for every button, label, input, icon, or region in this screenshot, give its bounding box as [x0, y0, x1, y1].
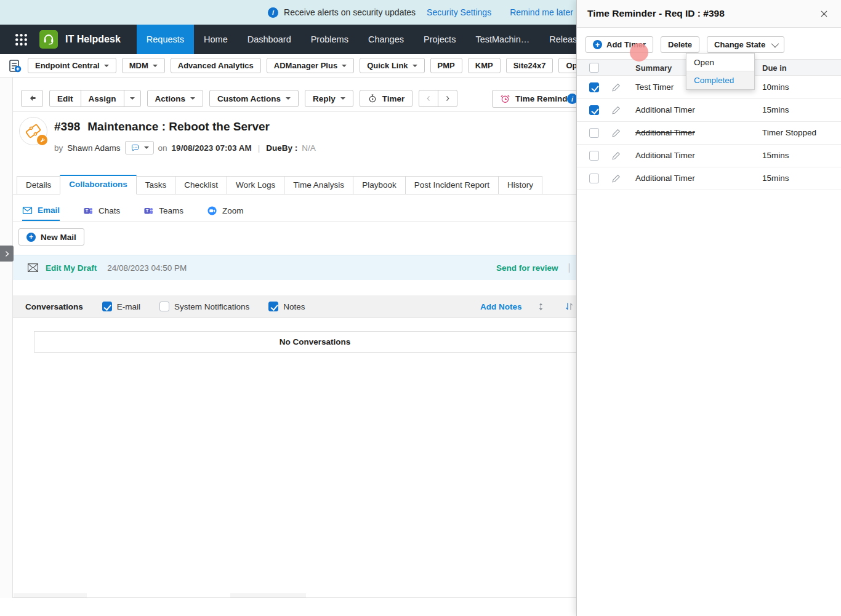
plus-icon: + — [26, 233, 36, 242]
tab-playbook[interactable]: Playbook — [353, 176, 406, 194]
actions-button[interactable]: Actions — [147, 90, 204, 107]
tab-history[interactable]: History — [498, 176, 542, 194]
quickbar-kmp[interactable]: KMP — [468, 58, 501, 73]
security-settings-link[interactable]: Security Settings — [427, 7, 491, 17]
assign-caret-button[interactable] — [124, 90, 141, 107]
menu-item-completed[interactable]: Completed — [686, 71, 754, 89]
sort-icon[interactable] — [564, 301, 574, 312]
tab-collaborations[interactable]: Collaborations — [60, 175, 137, 194]
assign-button[interactable]: Assign — [81, 90, 124, 107]
tab-time-analysis[interactable]: Time Analysis — [284, 176, 353, 194]
sidebar-expander[interactable] — [0, 246, 14, 262]
caret-down-icon — [190, 97, 195, 100]
timer-summary: Additional Timer — [635, 174, 695, 183]
draft-row: Edit My Draft 24/08/2023 04:50 PM Send f… — [13, 255, 602, 280]
chevron-right-icon — [4, 250, 10, 257]
nav-item-projects[interactable]: Projects — [414, 25, 465, 54]
subtab-email[interactable]: Email — [22, 201, 60, 221]
tab-post-incident-report[interactable]: Post Incident Report — [405, 176, 499, 194]
quickbar-site24x7[interactable]: Site24x7 — [506, 58, 553, 73]
change-state-dropdown[interactable]: Change State — [707, 36, 784, 53]
edit-pencil-icon[interactable] — [611, 174, 621, 183]
expand-collapse-icon[interactable] — [536, 302, 545, 312]
panel-toolbar: + Add Timer Delete Change State — [585, 36, 784, 53]
nav-item-testmachine[interactable]: TestMachin… — [465, 25, 539, 54]
timer-due: 10mins — [762, 82, 789, 92]
close-icon[interactable] — [818, 7, 831, 20]
edit-pencil-icon[interactable] — [611, 105, 621, 115]
edit-pencil-icon[interactable] — [611, 151, 621, 161]
row-checkbox[interactable] — [589, 82, 599, 92]
subtab-teams[interactable]: T Teams — [143, 201, 183, 221]
nav-item-requests[interactable]: Requests — [137, 25, 194, 54]
row-checkbox[interactable] — [589, 174, 599, 183]
row-checkbox[interactable] — [589, 128, 599, 138]
quickbar-quick-link[interactable]: Quick Link — [360, 58, 424, 73]
quickbar-advanced-analytics[interactable]: Advanced Analytics — [171, 58, 261, 73]
headset-logo-icon — [39, 30, 58, 49]
nav-item-dashboard[interactable]: Dashboard — [238, 25, 301, 54]
nav-item-changes[interactable]: Changes — [358, 25, 414, 54]
app-title: IT Helpdesk — [65, 34, 121, 45]
change-state-menu: Open Completed — [686, 53, 755, 90]
row-checkbox[interactable] — [589, 105, 599, 115]
nav-item-problems[interactable]: Problems — [301, 25, 358, 54]
menu-item-open[interactable]: Open — [686, 54, 754, 71]
timer-due: 15mins — [762, 151, 789, 160]
requester-chat-button[interactable] — [125, 141, 154, 154]
due-in-column-header: Due in — [762, 63, 787, 73]
new-mail-button[interactable]: + New Mail — [18, 228, 84, 246]
scroll-artifact — [230, 593, 306, 598]
quickbar-pmp[interactable]: PMP — [430, 58, 462, 73]
row-checkbox[interactable] — [589, 151, 599, 161]
add-timer-button[interactable]: + Add Timer — [585, 36, 653, 53]
prev-request-button[interactable] — [419, 90, 438, 107]
quickbar-mdm[interactable]: MDM — [122, 58, 165, 73]
caret-down-icon — [153, 65, 158, 67]
remind-me-later-link[interactable]: Remind me later — [510, 7, 573, 17]
chevron-left-icon — [425, 95, 432, 102]
panel-header: Time Reminder - Req ID : #398 — [577, 0, 841, 28]
notes-checkbox[interactable] — [268, 302, 278, 311]
add-document-icon[interactable] — [7, 58, 22, 73]
reply-button[interactable]: Reply — [305, 90, 353, 107]
created-date: 19/08/2023 07:03 AM — [172, 143, 252, 153]
select-all-checkbox[interactable] — [589, 63, 599, 73]
subtab-zoom[interactable]: Zoom — [207, 201, 244, 221]
back-button[interactable] — [21, 90, 43, 107]
subtab-chats[interactable]: T Chats — [83, 201, 120, 221]
timer-row: Additional Timer 15mins — [577, 145, 841, 167]
email-checkbox[interactable] — [102, 302, 112, 311]
tab-details[interactable]: Details — [17, 176, 60, 194]
caret-down-icon — [144, 146, 149, 149]
timer-row: Additional Timer 15mins — [577, 99, 841, 122]
system-notifications-checkbox[interactable] — [159, 302, 169, 311]
chevron-down-icon — [771, 40, 779, 48]
back-arrow-icon — [27, 94, 37, 103]
filter-email[interactable]: E-mail — [102, 302, 140, 311]
filter-system-notifications[interactable]: System Notifications — [159, 302, 249, 311]
chat-bubble-icon — [130, 143, 140, 153]
app-grid-icon[interactable] — [14, 32, 29, 47]
nav-item-home[interactable]: Home — [194, 25, 238, 54]
banner-message: Receive alerts on security updates — [284, 7, 416, 17]
caret-down-icon — [342, 65, 347, 67]
tab-checklist[interactable]: Checklist — [175, 176, 227, 194]
add-notes-link[interactable]: Add Notes — [480, 302, 522, 311]
filter-notes[interactable]: Notes — [268, 302, 305, 311]
quickbar-endpoint-central[interactable]: Endpoint Central — [28, 58, 116, 73]
edit-my-draft-link[interactable]: Edit My Draft — [46, 263, 97, 273]
send-for-review-link[interactable]: Send for review — [496, 263, 558, 273]
edit-pencil-icon[interactable] — [611, 128, 621, 138]
tab-work-logs[interactable]: Work Logs — [227, 176, 284, 194]
timer-button[interactable]: Timer — [360, 90, 413, 107]
edit-pencil-icon[interactable] — [611, 82, 621, 92]
delete-timer-button[interactable]: Delete — [661, 36, 699, 53]
quickbar-admanager-plus[interactable]: ADManager Plus — [267, 58, 354, 73]
plus-icon: + — [593, 40, 602, 49]
edit-button[interactable]: Edit — [49, 90, 81, 107]
panel-title: Time Reminder - Req ID : #398 — [587, 8, 725, 19]
custom-actions-button[interactable]: Custom Actions — [209, 90, 299, 107]
next-request-button[interactable] — [438, 90, 457, 107]
tab-tasks[interactable]: Tasks — [136, 176, 176, 194]
